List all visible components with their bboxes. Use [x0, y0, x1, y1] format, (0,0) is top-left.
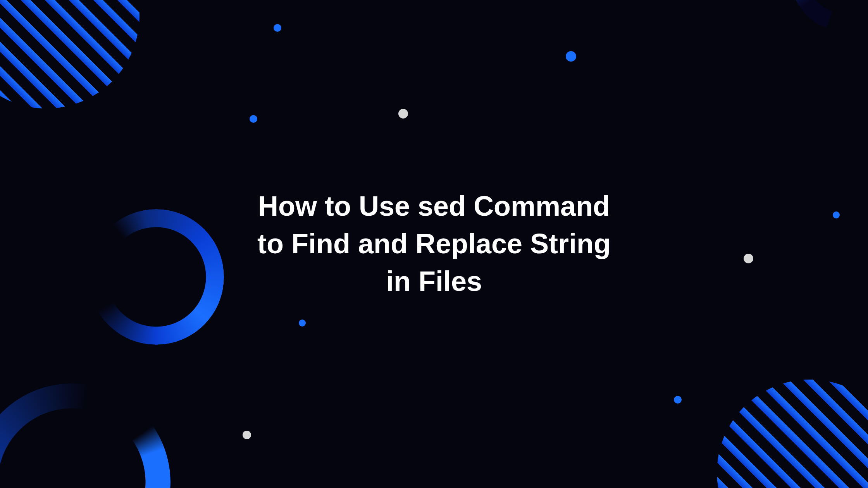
decorative-stripe-circle-top-left — [0, 0, 140, 108]
title-line-1: How to Use sed Command — [258, 191, 610, 222]
decorative-dot — [243, 431, 251, 439]
decorative-dot — [299, 320, 306, 326]
decorative-dot — [744, 254, 753, 263]
page-title: How to Use sed Command to Find and Repla… — [257, 187, 611, 301]
decorative-stripe-circle-bottom-right — [717, 380, 868, 488]
title-line-2: to Find and Replace String — [257, 228, 611, 259]
decorative-dot — [833, 211, 840, 218]
decorative-dot — [398, 109, 408, 119]
title-line-3: in Files — [386, 266, 482, 297]
decorative-dot — [566, 51, 576, 62]
decorative-dot — [674, 396, 682, 404]
decorative-dot — [274, 24, 281, 32]
decorative-ring-bottom-left — [0, 383, 170, 488]
decorative-ring-middle-left — [88, 209, 224, 345]
decorative-ring-top-right — [790, 0, 868, 31]
decorative-dot — [250, 115, 257, 123]
